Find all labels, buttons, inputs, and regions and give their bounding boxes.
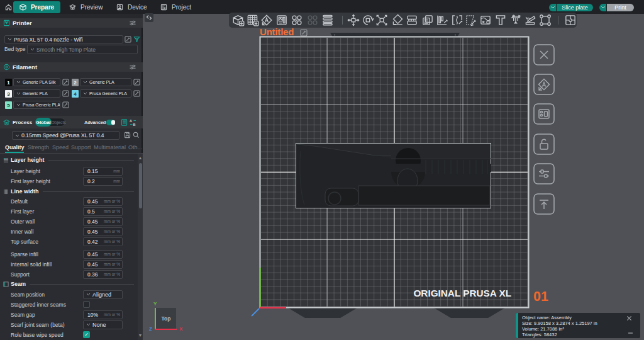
svg-text:ORIGINAL PRUSA XL: ORIGINAL PRUSA XL — [413, 288, 511, 298]
svg-text:01: 01 — [533, 289, 548, 304]
svg-text:B: B — [133, 123, 136, 126]
svg-text:A: A — [130, 119, 132, 123]
